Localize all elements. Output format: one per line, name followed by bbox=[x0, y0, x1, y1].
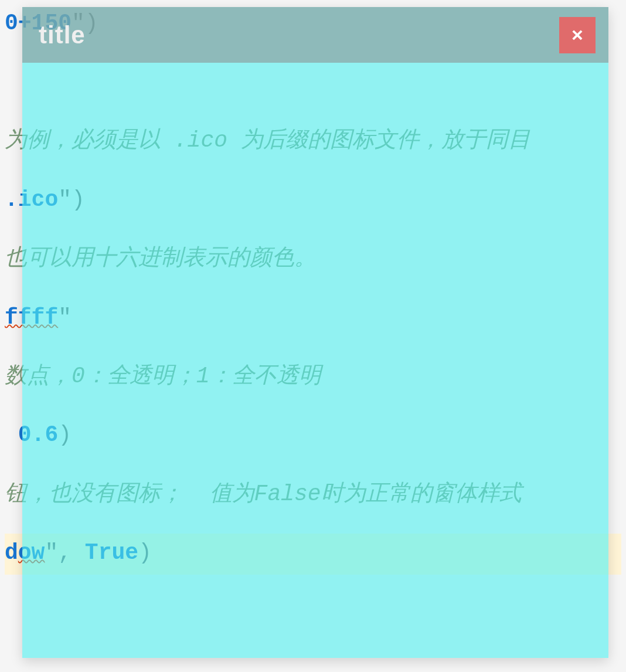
window-body bbox=[22, 63, 608, 658]
close-icon: × bbox=[571, 23, 583, 46]
tk-window: title × bbox=[22, 7, 608, 658]
close-button[interactable]: × bbox=[559, 17, 596, 53]
titlebar[interactable]: title × bbox=[22, 7, 608, 63]
window-title: title bbox=[39, 21, 86, 49]
